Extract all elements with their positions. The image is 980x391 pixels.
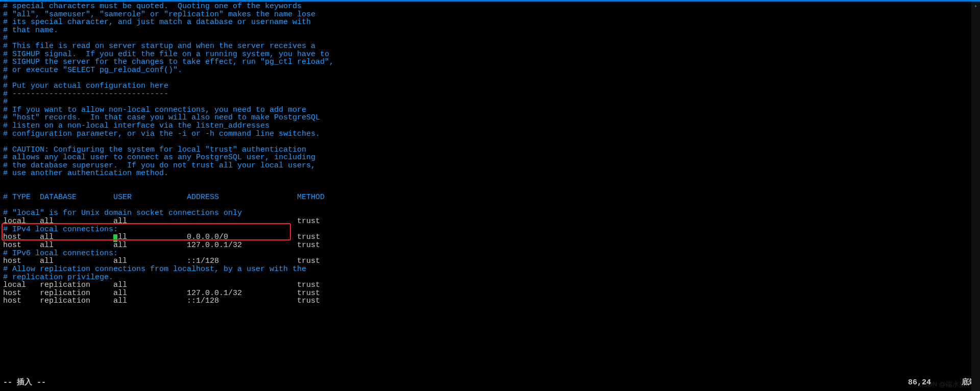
comment-line: # SIGHUP the server for the changes to t…: [3, 58, 977, 66]
comment-line: # IPv4 local connections:: [3, 226, 977, 234]
cursor: [113, 234, 117, 242]
comment-line: # Put your actual configuration here: [3, 82, 977, 90]
comment-line: # configuration parameter, or via the -i…: [3, 130, 977, 138]
comment-line: # listen on a non-local interface via th…: [3, 122, 977, 130]
comment-line: #: [3, 34, 977, 42]
comment-line: # Allow replication connections from loc…: [3, 265, 977, 274]
scrollbar[interactable]: ▴: [971, 2, 980, 391]
comment-line: [3, 202, 977, 210]
comment-line: # SIGHUP signal. If you edit the file on…: [3, 51, 977, 59]
comment-line: # use another authentication method.: [3, 169, 977, 178]
comment-line: # special characters must be quoted. Quo…: [3, 3, 977, 11]
watermark: CSDN @端水泉: [918, 381, 966, 388]
comment-line: # This file is read on server startup an…: [3, 42, 977, 51]
terminal-content[interactable]: # special characters must be quoted. Quo…: [0, 2, 980, 305]
config-line: local all all trust: [3, 217, 977, 226]
vim-status-bar: -- 插入 -- 86,24 底端: [3, 379, 977, 387]
scroll-up-icon[interactable]: ▴: [971, 2, 980, 10]
comment-line: #: [3, 74, 977, 82]
comment-line: # "host" records. In that case you will …: [3, 114, 977, 122]
comment-line: [3, 186, 977, 194]
comment-line: # If you want to allow non-local connect…: [3, 106, 977, 114]
comment-line: # IPv6 local connections:: [3, 250, 977, 258]
comment-line: # allows any local user to connect as an…: [3, 154, 977, 162]
comment-line: # replication privilege.: [3, 274, 977, 282]
config-line: host all all ::1/128 trust: [3, 257, 977, 265]
comment-line: [3, 138, 977, 146]
comment-line: # "all", "sameuser", "samerole" or "repl…: [3, 11, 977, 19]
comment-line: # or execute "SELECT pg_reload_conf()".: [3, 66, 977, 75]
config-line: host all all 127.0.0.1/32 trust: [3, 241, 977, 250]
vim-mode: -- 插入 --: [3, 379, 46, 387]
comment-line: [3, 178, 977, 186]
config-line: host all all 0.0.0.0/0 trust: [3, 233, 977, 241]
comment-line: # that name.: [3, 27, 977, 35]
config-line: local replication all trust: [3, 281, 977, 289]
comment-line: # CAUTION: Configuring the system for lo…: [3, 146, 977, 154]
comment-line: #: [3, 98, 977, 106]
comment-line: # its special character, and just match …: [3, 18, 977, 27]
comment-line: # the database superuser. If you do not …: [3, 162, 977, 170]
comment-line: # TYPE DATABASE USER ADDRESS METHOD: [3, 193, 977, 202]
config-line: host replication all ::1/128 trust: [3, 297, 977, 305]
config-line: host replication all 127.0.0.1/32 trust: [3, 289, 977, 298]
comment-line: # "local" is for Unix domain socket conn…: [3, 209, 977, 217]
comment-line: # ----------------------------------: [3, 90, 977, 99]
